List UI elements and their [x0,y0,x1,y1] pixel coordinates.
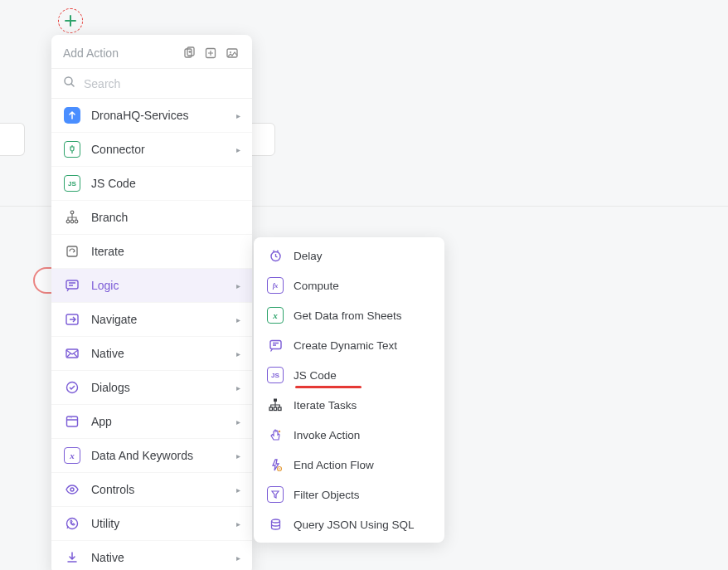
svg-rect-20 [274,399,277,402]
menu-item-app[interactable]: App ▸ [51,405,252,439]
sub-item-label: Invoke Action [294,429,360,441]
menu-item-label: Navigate [91,313,236,326]
search-row [51,68,252,99]
sub-item-dyntext[interactable]: Create Dynamic Text [254,330,444,360]
db-icon [267,516,284,533]
menu-list: DronaHQ-Services ▸ Connector ▸ JS JS Cod… [51,99,252,570]
copy-icon[interactable] [181,45,197,61]
data-icon: x [63,446,81,465]
svg-point-26 [271,519,279,523]
menu-item-label: Native [91,347,236,360]
panel-header: Add Action [51,35,252,68]
sub-item-label: Query JSON Using SQL [294,519,415,531]
menu-item-navigate[interactable]: Navigate ▸ [51,303,252,337]
svg-point-7 [66,220,70,223]
add-action-plus-button[interactable] [58,8,83,33]
sub-item-label: Iterate Tasks [294,399,357,412]
menu-item-native[interactable]: Native ▸ [51,337,252,371]
sub-item-getdata[interactable]: x Get Data from Sheets [254,300,444,330]
whatsapp-icon [63,514,81,533]
svg-point-4 [230,51,231,53]
menu-item-dialogs[interactable]: Dialogs ▸ [51,371,252,405]
menu-item-native-download[interactable]: Native ▸ [51,541,252,570]
sub-item-endflow[interactable]: End Action Flow [254,450,444,480]
menu-item-datakeywords[interactable]: x Data And Keywords ▸ [51,439,252,473]
menu-item-label: Iterate [91,245,240,258]
chevron-right-icon: ▸ [236,553,240,563]
eye-icon [63,480,81,499]
panel-title: Add Action [63,46,119,60]
menu-item-jscode[interactable]: JS JS Code ▸ [51,167,252,201]
menu-item-utility[interactable]: Utility ▸ [51,507,252,541]
chevron-right-icon: ▸ [236,417,240,426]
clock-icon [267,247,284,264]
plug-icon [63,140,81,158]
sub-item-iteratetasks[interactable]: Iterate Tasks [254,390,444,420]
svg-rect-22 [274,407,277,411]
filter-icon [267,486,284,503]
menu-item-controls[interactable]: Controls ▸ [51,473,252,507]
mail-icon [63,344,81,363]
menu-item-label: Controls [91,483,236,496]
chevron-right-icon: ▸ [236,349,240,358]
hand-icon [267,426,284,443]
branch-icon [63,208,81,227]
chevron-right-icon: ▸ [236,519,240,529]
sub-item-delay[interactable]: Delay [254,241,444,270]
chevron-right-icon: ▸ [236,315,240,324]
sub-item-label: Filter Objects [294,489,360,501]
menu-item-label: JS Code [91,177,240,190]
sub-item-label: JS Code [294,369,337,382]
sub-item-label: Compute [294,280,339,292]
check-circle-icon [63,378,81,397]
chevron-right-icon: ▸ [236,281,240,290]
bg-flow-node-right [250,123,275,156]
svg-point-24 [278,430,279,431]
search-input[interactable] [84,77,240,90]
sub-item-filter[interactable]: Filter Objects [254,480,444,509]
add-action-panel: Add Action DronaHQ-Services [51,35,252,570]
menu-item-label: DronaHQ-Services [91,109,236,122]
svg-rect-21 [269,407,273,411]
js-icon: JS [267,367,284,383]
chevron-right-icon: ▸ [236,111,240,120]
svg-point-8 [70,220,74,223]
chevron-right-icon: ▸ [236,485,240,494]
dronahq-icon [63,106,81,124]
menu-item-label: Utility [91,517,236,530]
sub-item-label: Delay [294,250,323,262]
text-icon [267,337,284,353]
image-icon[interactable] [224,45,240,61]
navigate-icon [63,310,81,329]
chevron-right-icon: ▸ [236,451,240,460]
menu-item-label: App [91,415,236,428]
menu-item-iterate[interactable]: Iterate ▸ [51,235,252,269]
sheet-icon: x [267,307,284,324]
menu-item-label: Branch [91,211,240,224]
menu-item-label: Dialogs [91,381,236,394]
svg-rect-15 [67,417,78,426]
menu-item-label: Logic [91,279,236,292]
highlight-underline [295,386,362,388]
header-icons [181,45,240,61]
expand-icon[interactable] [202,45,219,61]
menu-item-logic[interactable]: Logic ▸ [51,269,252,303]
download-icon [63,548,81,567]
sub-item-label: End Action Flow [294,459,374,471]
sub-item-compute[interactable]: fx Compute [254,270,444,300]
iterate-icon [63,242,81,261]
sub-item-invoke[interactable]: Invoke Action [254,420,444,450]
sub-item-querysql[interactable]: Query JSON Using SQL [254,509,444,539]
menu-item-connector[interactable]: Connector ▸ [51,133,252,167]
svg-point-16 [70,488,74,491]
logic-submenu: Delay fx Compute x Get Data from Sheets … [254,237,444,543]
menu-item-branch[interactable]: Branch ▸ [51,201,252,235]
tree-icon [267,397,284,413]
svg-rect-11 [66,280,78,289]
bg-flow-node-left [0,123,25,156]
menu-item-label: Connector [91,143,236,156]
menu-item-dronahq[interactable]: DronaHQ-Services ▸ [51,99,252,133]
plus-icon [65,15,76,27]
svg-rect-10 [67,246,77,256]
svg-point-6 [70,211,74,214]
